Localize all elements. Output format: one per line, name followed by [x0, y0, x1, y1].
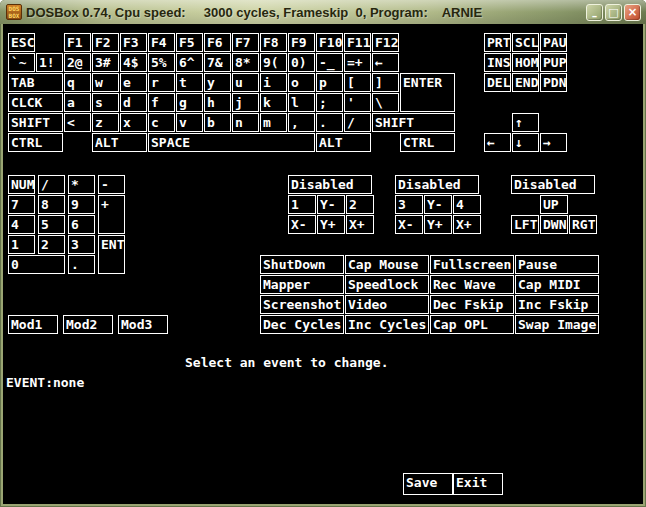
- key-6[interactable]: 6^: [176, 53, 203, 72]
- key-esc[interactable]: ESC: [8, 33, 35, 52]
- key-f4[interactable]: F4: [148, 33, 175, 52]
- key-x[interactable]: x: [120, 113, 147, 132]
- btn-fullscreen[interactable]: Fullscreen: [430, 255, 514, 274]
- key-z[interactable]: z: [92, 113, 119, 132]
- key-pause[interactable]: PAU: [540, 33, 567, 52]
- key-5[interactable]: 5%: [148, 53, 175, 72]
- joy1-axis-y-plus[interactable]: Y+: [317, 215, 345, 234]
- key-kp-2[interactable]: 2: [38, 235, 65, 254]
- key-kp-period[interactable]: .: [68, 255, 95, 274]
- key-kp-0[interactable]: 0: [8, 255, 65, 274]
- key-f9[interactable]: F9: [288, 33, 315, 52]
- key-b[interactable]: b: [204, 113, 231, 132]
- btn-dec-fskip[interactable]: Dec Fskip: [430, 295, 514, 314]
- mod2-button[interactable]: Mod2: [63, 315, 113, 334]
- key-f6[interactable]: F6: [204, 33, 231, 52]
- key-kp-1[interactable]: 1: [8, 235, 35, 254]
- joy3-hat-up[interactable]: UP: [540, 195, 568, 214]
- key-rctrl[interactable]: CTRL: [400, 133, 455, 152]
- btn-pause[interactable]: Pause: [515, 255, 599, 274]
- key-a[interactable]: a: [64, 93, 91, 112]
- key-capslock[interactable]: CLCK: [8, 93, 63, 112]
- joy1-axis-y-minus[interactable]: Y-: [317, 195, 345, 214]
- key-d[interactable]: d: [120, 93, 147, 112]
- key-kp-multiply[interactable]: *: [68, 175, 95, 194]
- key-grave[interactable]: `~: [8, 53, 35, 72]
- key-f[interactable]: f: [148, 93, 175, 112]
- key-printscreen[interactable]: PRT: [484, 33, 511, 52]
- btn-speedlock[interactable]: Speedlock: [345, 275, 429, 294]
- key-kp-4[interactable]: 4: [8, 215, 35, 234]
- key-ralt[interactable]: ALT: [316, 133, 371, 152]
- key-c[interactable]: c: [148, 113, 175, 132]
- key-numlock[interactable]: NUM: [8, 175, 35, 194]
- key-kp-3[interactable]: 3: [68, 235, 95, 254]
- key-backspace[interactable]: ←: [372, 53, 399, 72]
- btn-video[interactable]: Video: [345, 295, 429, 314]
- key-lctrl[interactable]: CTRL: [8, 133, 63, 152]
- key-right-arrow[interactable]: →: [540, 133, 567, 152]
- key-delete[interactable]: DEL: [484, 73, 511, 92]
- key-r[interactable]: r: [148, 73, 175, 92]
- mod3-button[interactable]: Mod3: [118, 315, 168, 334]
- joy1-axis-x-plus[interactable]: X+: [346, 215, 374, 234]
- key-lessthan[interactable]: <: [64, 113, 91, 132]
- key-kp-7[interactable]: 7: [8, 195, 35, 214]
- minimize-button[interactable]: –: [586, 4, 603, 21]
- key-8[interactable]: 8*: [232, 53, 259, 72]
- key-k[interactable]: k: [260, 93, 287, 112]
- key-p[interactable]: p: [316, 73, 343, 92]
- key-lshift[interactable]: SHIFT: [8, 113, 63, 132]
- key-kp-minus[interactable]: -: [98, 175, 125, 194]
- key-kp-divide[interactable]: /: [38, 175, 65, 194]
- joy1-button-2[interactable]: 2: [346, 195, 374, 214]
- key-f8[interactable]: F8: [260, 33, 287, 52]
- key-e[interactable]: e: [120, 73, 147, 92]
- key-o[interactable]: o: [288, 73, 315, 92]
- key-y[interactable]: y: [204, 73, 231, 92]
- key-lbracket[interactable]: [: [344, 73, 371, 92]
- key-pageup[interactable]: PUP: [540, 53, 567, 72]
- key-f12[interactable]: F12: [372, 33, 399, 52]
- key-u[interactable]: u: [232, 73, 259, 92]
- key-v[interactable]: v: [176, 113, 203, 132]
- close-button[interactable]: ×: [624, 4, 641, 21]
- joy2-axis-y-minus[interactable]: Y-: [424, 195, 452, 214]
- key-kp-8[interactable]: 8: [38, 195, 65, 214]
- key-pagedown[interactable]: PDN: [540, 73, 567, 92]
- key-period[interactable]: .: [316, 113, 343, 132]
- key-w[interactable]: w: [92, 73, 119, 92]
- key-f7[interactable]: F7: [232, 33, 259, 52]
- key-kp-9[interactable]: 9: [68, 195, 95, 214]
- key-comma[interactable]: ,: [288, 113, 315, 132]
- key-0[interactable]: 0): [288, 53, 315, 72]
- key-lalt[interactable]: ALT: [92, 133, 147, 152]
- key-q[interactable]: q: [64, 73, 91, 92]
- key-quote[interactable]: ': [344, 93, 371, 112]
- btn-dec-cycles[interactable]: Dec Cycles: [260, 315, 344, 334]
- key-2[interactable]: 2@: [64, 53, 91, 72]
- btn-cap-mouse[interactable]: Cap Mouse: [345, 255, 429, 274]
- btn-inc-cycles[interactable]: Inc Cycles: [345, 315, 429, 334]
- key-left-arrow[interactable]: ←: [484, 133, 511, 152]
- key-minus[interactable]: -_: [316, 53, 343, 72]
- joy2-button-3[interactable]: 3: [395, 195, 423, 214]
- btn-swap-image[interactable]: Swap Image: [515, 315, 599, 334]
- key-f10[interactable]: F10: [316, 33, 343, 52]
- key-home[interactable]: HOM: [512, 53, 539, 72]
- key-kp-6[interactable]: 6: [68, 215, 95, 234]
- key-equals[interactable]: =+: [344, 53, 371, 72]
- joy3-hat-down[interactable]: DWN: [540, 215, 568, 234]
- maximize-button[interactable]: □: [605, 4, 622, 21]
- key-scrolllock[interactable]: SCL: [512, 33, 539, 52]
- joy2-axis-x-plus[interactable]: X+: [453, 215, 481, 234]
- key-f3[interactable]: F3: [120, 33, 147, 52]
- key-backslash[interactable]: \: [372, 93, 399, 112]
- btn-cap-opl[interactable]: Cap OPL: [430, 315, 514, 334]
- key-slash[interactable]: /: [344, 113, 371, 132]
- key-f2[interactable]: F2: [92, 33, 119, 52]
- key-t[interactable]: t: [176, 73, 203, 92]
- btn-mapper[interactable]: Mapper: [260, 275, 344, 294]
- key-end[interactable]: END: [512, 73, 539, 92]
- key-f1[interactable]: F1: [64, 33, 91, 52]
